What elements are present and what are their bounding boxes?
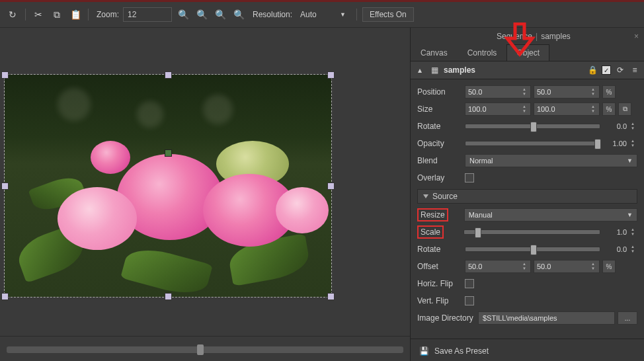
size-w-input[interactable]: 100.0▲▼ bbox=[465, 102, 531, 116]
position-x-input[interactable]: 50.0▲▼ bbox=[465, 85, 531, 99]
paste-icon[interactable]: 📋 bbox=[68, 7, 83, 22]
close-icon[interactable]: × bbox=[634, 32, 639, 41]
source-rotate-label: Rotate bbox=[417, 245, 465, 254]
opacity-label: Opacity bbox=[417, 139, 465, 148]
opacity-slider[interactable] bbox=[465, 141, 600, 146]
resize-handle-nw[interactable] bbox=[1, 71, 9, 79]
zoom-fit-icon[interactable]: 🔍 bbox=[213, 7, 227, 22]
blend-label: Blend bbox=[417, 156, 465, 165]
row-blend: Blend Normal▼ bbox=[417, 153, 637, 168]
collapse-icon[interactable]: ▴ bbox=[415, 65, 425, 75]
annotation-arrow-icon bbox=[503, 22, 536, 59]
source-rotate-slider[interactable] bbox=[465, 247, 600, 252]
object-type-icon: ▦ bbox=[429, 65, 440, 75]
lock-icon[interactable]: 🔒 bbox=[587, 65, 598, 75]
timeline-slider[interactable] bbox=[7, 346, 403, 353]
overlay-checkbox[interactable] bbox=[465, 173, 474, 182]
canvas-selection[interactable] bbox=[4, 74, 332, 298]
vflip-checkbox[interactable] bbox=[465, 296, 474, 305]
position-unit-button[interactable]: % bbox=[602, 85, 616, 99]
chevron-down-icon bbox=[423, 194, 428, 198]
rotate-value[interactable]: 0.0 bbox=[603, 120, 628, 132]
timeline-bar bbox=[0, 336, 410, 361]
row-imgdir: Image Directory $STILL\media\samples ... bbox=[417, 311, 637, 325]
resolution-label: Resolution: bbox=[253, 10, 292, 19]
resize-dropdown[interactable]: Manual▼ bbox=[464, 208, 637, 221]
object-name: samples bbox=[444, 65, 475, 75]
scale-value[interactable]: 1.0 bbox=[603, 226, 628, 238]
offset-label: Offset bbox=[417, 262, 465, 271]
source-rotate-value[interactable]: 0.0 bbox=[603, 243, 628, 255]
offset-y-input[interactable]: 50.0▲▼ bbox=[534, 260, 600, 273]
resize-handle-e[interactable] bbox=[327, 182, 335, 190]
row-rotate: Rotate 0.0 ▲▼ bbox=[417, 119, 637, 134]
visibility-checkbox[interactable]: ✓ bbox=[602, 65, 611, 75]
resize-label: Resize bbox=[417, 208, 448, 221]
position-label: Position bbox=[417, 87, 465, 97]
panel-footer: 💾 Save As Preset bbox=[411, 339, 644, 361]
zoom-out-icon[interactable]: 🔍 bbox=[194, 7, 209, 22]
imgdir-input[interactable]: $STILL\media\samples bbox=[478, 311, 615, 325]
source-section-header[interactable]: Source bbox=[417, 189, 637, 204]
copy-icon[interactable]: ⧉ bbox=[50, 7, 64, 22]
row-offset: Offset 50.0▲▼ 50.0▲▼ % bbox=[417, 259, 637, 274]
hflip-checkbox[interactable] bbox=[465, 279, 474, 288]
rotate-label: Rotate bbox=[417, 122, 465, 131]
row-source-rotate: Rotate 0.0 ▲▼ bbox=[417, 242, 637, 257]
blend-dropdown[interactable]: Normal▼ bbox=[465, 154, 637, 167]
cut-icon[interactable]: ✂ bbox=[31, 7, 46, 22]
viewport-area bbox=[0, 28, 411, 361]
zoom-reset-icon[interactable]: 🔍 bbox=[231, 7, 246, 22]
save-preset-icon[interactable]: 💾 bbox=[419, 346, 429, 356]
tab-canvas[interactable]: Canvas bbox=[411, 44, 458, 61]
row-overlay: Overlay bbox=[417, 171, 637, 185]
hflip-label: Horiz. Flip bbox=[417, 279, 465, 288]
zoom-input[interactable]: 12 bbox=[123, 7, 172, 22]
redo-icon[interactable]: ↻ bbox=[5, 7, 20, 22]
resolution-dropdown[interactable]: Auto bbox=[296, 8, 337, 21]
zoom-label: Zoom: bbox=[97, 10, 119, 19]
size-h-input[interactable]: 100.0▲▼ bbox=[534, 102, 600, 116]
overlay-label: Overlay bbox=[417, 173, 465, 182]
rotate-slider[interactable] bbox=[465, 124, 600, 129]
row-vflip: Vert. Flip bbox=[417, 294, 637, 308]
scale-slider[interactable] bbox=[463, 229, 600, 235]
effects-toggle-button[interactable]: Effects On bbox=[362, 7, 414, 22]
resize-handle-n[interactable] bbox=[165, 71, 172, 79]
source-section-label: Source bbox=[432, 192, 458, 201]
offset-unit-button[interactable]: % bbox=[602, 260, 616, 273]
vflip-label: Vert. Flip bbox=[417, 296, 465, 305]
chevron-down-icon[interactable]: ▼ bbox=[340, 11, 346, 18]
menu-icon[interactable]: ≡ bbox=[629, 65, 640, 75]
imgdir-label: Image Directory bbox=[417, 313, 478, 323]
row-size: Size 100.0▲▼ 100.0▲▼ % ⧉ bbox=[417, 102, 637, 116]
opacity-value[interactable]: 1.00 bbox=[603, 138, 628, 149]
save-preset-button[interactable]: Save As Preset bbox=[434, 346, 489, 356]
viewport[interactable] bbox=[0, 28, 410, 336]
position-y-input[interactable]: 50.0▲▼ bbox=[534, 85, 600, 99]
resize-handle-ne[interactable] bbox=[327, 71, 335, 79]
timeline-thumb[interactable] bbox=[197, 344, 204, 355]
offset-x-input[interactable]: 50.0▲▼ bbox=[465, 260, 531, 273]
resize-handle-sw[interactable] bbox=[1, 293, 9, 300]
resize-handle-w[interactable] bbox=[1, 182, 9, 190]
refresh-icon[interactable]: ⟳ bbox=[615, 65, 625, 75]
tab-controls[interactable]: Controls bbox=[458, 44, 507, 61]
center-handle[interactable] bbox=[165, 149, 172, 157]
resize-handle-se[interactable] bbox=[327, 293, 335, 300]
row-scale: Scale 1.0 ▲▼ bbox=[417, 225, 637, 239]
row-opacity: Opacity 1.00 ▲▼ bbox=[417, 136, 637, 151]
scale-label: Scale bbox=[417, 225, 444, 239]
row-hflip: Horiz. Flip bbox=[417, 276, 637, 291]
row-resize: Resize Manual▼ bbox=[417, 208, 637, 222]
preview-image bbox=[5, 75, 331, 297]
zoom-in-icon[interactable]: 🔍 bbox=[176, 7, 190, 22]
resize-handle-s[interactable] bbox=[165, 293, 172, 300]
size-link-button[interactable]: ⧉ bbox=[618, 102, 631, 116]
size-unit-button[interactable]: % bbox=[602, 102, 616, 116]
size-label: Size bbox=[417, 104, 465, 114]
imgdir-browse-button[interactable]: ... bbox=[618, 311, 637, 325]
top-toolbar: ↻ ✂ ⧉ 📋 Zoom: 12 🔍 🔍 🔍 🔍 Resolution: Aut… bbox=[0, 2, 644, 28]
object-header: ▴ ▦ samples 🔒 ✓ ⟳ ≡ bbox=[411, 61, 644, 79]
properties-panel: Sequence | samples × Canvas Controls Obj… bbox=[411, 28, 644, 361]
